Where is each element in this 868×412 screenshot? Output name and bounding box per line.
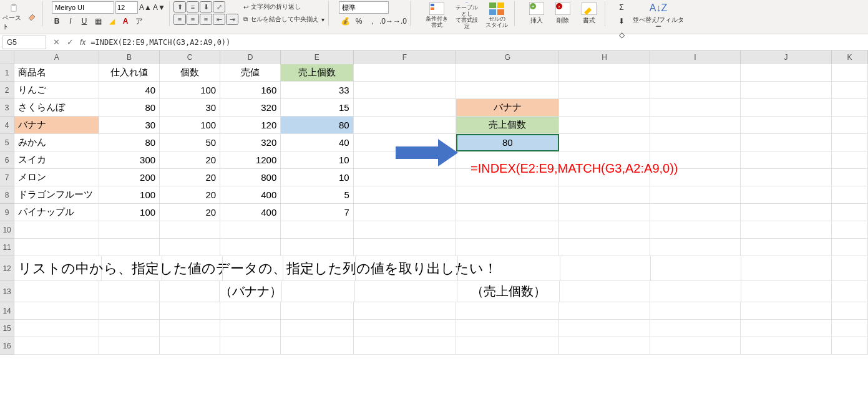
cell[interactable]: 1200 [220,151,281,169]
merge-center-button[interactable]: ⧉ セルを結合して中央揃え ▾ [243,14,324,25]
col-header[interactable]: B [99,50,160,64]
cell[interactable] [741,239,831,256]
cell[interactable] [559,134,650,151]
format-painter-button[interactable] [26,11,39,23]
cell[interactable]: 20 [160,169,220,186]
cell[interactable] [650,221,741,239]
cell[interactable] [650,82,741,99]
cell[interactable]: 100 [99,204,160,221]
row-header[interactable]: 9 [0,204,14,221]
cell-G3[interactable]: バナナ [456,99,559,117]
number-format-select[interactable] [339,1,389,14]
row-header[interactable]: 8 [0,186,14,204]
cell[interactable] [741,204,831,221]
cell[interactable] [456,82,559,99]
row-header[interactable]: 5 [0,134,14,151]
ruby-button[interactable]: ア [133,15,145,27]
cell-G5-selected[interactable]: 80 [456,134,559,151]
cell[interactable] [650,320,741,337]
cell[interactable] [741,82,831,99]
cell[interactable] [282,281,354,302]
row-header[interactable]: 12 [0,256,14,281]
cell[interactable]: 20 [160,151,220,169]
cell[interactable] [354,320,457,337]
cell[interactable]: りんご [14,82,99,99]
cell[interactable] [99,302,160,320]
cell[interactable] [99,320,160,337]
currency-button[interactable]: 💰 [339,15,351,27]
wrap-text-button[interactable]: ↩ 文字列の折り返し [243,1,324,12]
decrease-font-button[interactable]: A▼ [153,1,165,14]
explanation-main[interactable]: リストの中から、指定した値のデータの、指定した列の値を取り出したい！ [14,256,102,281]
cell[interactable] [741,169,831,186]
sort-filter-button[interactable]: A↓Z 並べ替え/フィルター [630,1,686,30]
cell[interactable] [650,186,741,204]
cell[interactable] [559,302,650,320]
col-header[interactable]: D [220,50,281,64]
cell[interactable] [832,169,868,186]
cell[interactable] [741,64,831,82]
percent-button[interactable]: % [353,15,365,27]
cell[interactable] [14,281,99,302]
name-box[interactable] [2,36,46,49]
cell[interactable] [832,82,868,99]
row-header[interactable]: 13 [0,281,14,302]
insert-cell-button[interactable]: + 挿入 [525,1,549,30]
cell[interactable]: 120 [220,117,281,134]
cell[interactable]: 個数 [160,64,220,82]
cell[interactable] [354,99,457,117]
row-header[interactable]: 11 [0,239,14,256]
cancel-formula-button[interactable]: ✕ [50,36,62,49]
cell[interactable]: 10 [281,151,353,169]
cell[interactable] [354,64,457,82]
row-header[interactable]: 2 [0,82,14,99]
cell[interactable] [650,239,741,256]
cell[interactable]: 320 [220,99,281,117]
cell[interactable] [559,99,650,117]
cell[interactable] [456,204,559,221]
bold-button[interactable]: B [51,15,63,27]
cell[interactable] [456,221,559,239]
cell[interactable] [650,117,741,134]
cell[interactable] [14,320,99,337]
cell[interactable] [650,134,741,151]
cell[interactable]: 80 [281,117,353,134]
col-header[interactable]: F [354,50,457,64]
cell[interactable] [281,221,353,239]
cell[interactable]: さくらんぼ [14,99,99,117]
col-header[interactable]: C [160,50,220,64]
cell[interactable]: 仕入れ値 [99,64,160,82]
cell[interactable] [741,302,831,320]
border-button[interactable]: ▦ [92,15,104,27]
font-name-select[interactable] [52,1,114,14]
cell[interactable] [741,117,831,134]
cell[interactable] [560,256,651,281]
increase-font-button[interactable]: A▲ [139,1,152,14]
cell[interactable]: 50 [160,134,220,151]
cell[interactable] [354,221,457,239]
row-header[interactable]: 1 [0,64,14,82]
cell[interactable] [356,256,458,281]
cell[interactable] [281,320,353,337]
cell[interactable] [14,302,99,320]
italic-button[interactable]: I [64,15,77,27]
cell[interactable] [220,320,281,337]
cell[interactable] [559,221,650,239]
cell[interactable] [559,337,650,355]
cell[interactable] [220,337,281,355]
cell[interactable] [832,134,868,151]
align-right-button[interactable]: ≡ [200,14,212,25]
cell[interactable] [354,169,457,186]
cell[interactable] [741,256,832,281]
cell[interactable]: 33 [281,82,353,99]
cell[interactable] [651,256,741,281]
cell[interactable] [354,186,457,204]
align-bottom-button[interactable]: ⬇ [200,1,212,12]
fill-button[interactable]: ⬇ [615,15,628,27]
fill-color-button[interactable]: ◢ [105,15,118,27]
col-header[interactable]: K [832,50,868,64]
fx-icon[interactable]: fx [80,38,85,47]
cell[interactable] [741,134,831,151]
cell[interactable] [832,151,868,169]
cell[interactable]: 40 [281,134,353,151]
